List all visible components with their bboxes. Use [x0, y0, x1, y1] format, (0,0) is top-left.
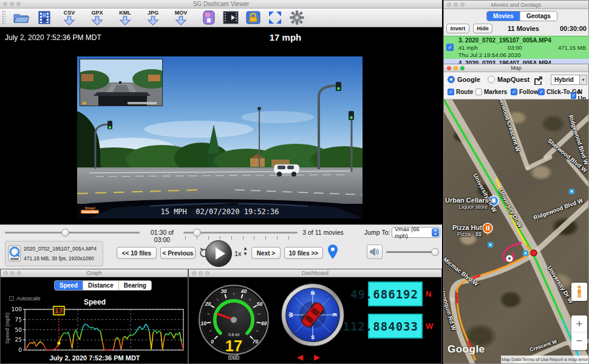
tab-distance[interactable]: Distance [83, 281, 119, 290]
invert-button[interactable]: Invert [446, 24, 469, 33]
movie-list-item-selected[interactable]: ✓ 3. 2020_0702_195107_005A.MP4 41 mph 03… [444, 36, 589, 59]
tab-speed[interactable]: Speed [55, 281, 83, 290]
kml-label: KML [119, 10, 131, 16]
minimize-button[interactable] [10, 271, 15, 275]
quicktime-file-icon [8, 245, 21, 262]
play-triangle-icon [216, 248, 225, 260]
close-button[interactable] [192, 271, 196, 275]
minimize-button[interactable] [454, 66, 458, 70]
pizza-hut-pin[interactable] [483, 223, 492, 236]
terms-link[interactable]: Terms of Use [522, 357, 548, 362]
pegman-button[interactable] [571, 283, 587, 301]
zoom-in-button[interactable]: + [571, 315, 587, 332]
minimize-button[interactable] [10, 2, 14, 6]
map-titlebar[interactable]: Map [444, 64, 588, 72]
next-button[interactable]: Next > [251, 247, 281, 259]
checkbox-icon: ✓ [448, 89, 454, 95]
svg-text:40: 40 [240, 288, 247, 294]
fullscreen-icon[interactable] [268, 10, 282, 25]
speed-chart[interactable] [8, 305, 186, 354]
compass-south: S [311, 334, 315, 340]
jump-to-dropdown[interactable]: Vmax (66 mph) ▲▼ [392, 227, 440, 238]
tab-movies[interactable]: Movies [487, 12, 520, 21]
rotate-left-arrow[interactable]: ◀ [297, 353, 303, 361]
mapquest-radio[interactable]: MapQuest [488, 76, 529, 83]
urban-cellars-label[interactable]: Urban Cellars Liquor store [445, 197, 488, 210]
graph-tabs: Speed Distance Bearing [54, 280, 152, 291]
map-option-route[interactable]: ✓ Route [448, 89, 473, 95]
map-type-value: Hybrid [551, 76, 579, 83]
movies-count: 11 Movies [496, 25, 551, 32]
zoom-out-button[interactable]: − [571, 332, 587, 349]
main-window-controls[interactable] [3, 2, 21, 6]
gps-info-icon[interactable] [202, 10, 216, 25]
export-mov-button[interactable]: MOV [171, 10, 191, 25]
volume-slider-thumb[interactable] [431, 248, 439, 256]
play-button[interactable] [205, 240, 232, 267]
zoom-button[interactable] [16, 2, 21, 6]
tab-bearing[interactable]: Bearing [119, 281, 151, 290]
map-canvas[interactable]: Sherwood Crescent W Sherwood Blvd W Ridg… [444, 99, 588, 363]
svg-text:0: 0 [211, 339, 214, 345]
app-stage: SG Dashcam Viewer CSV GPX [0, 0, 589, 364]
rotate-right-arrow[interactable]: ▶ [314, 353, 320, 361]
close-button[interactable] [447, 2, 451, 7]
previous-button[interactable]: < Previous [160, 247, 196, 259]
dashboard-titlebar[interactable]: Dashboard [189, 269, 441, 277]
mute-button[interactable] [367, 244, 383, 259]
google-radio[interactable]: Google [448, 76, 480, 83]
rate-stepper[interactable]: ▲▼ [243, 246, 248, 257]
compass-east: E [332, 313, 338, 317]
export-csv-button[interactable]: CSV [59, 10, 80, 25]
toolbar-drag-handle [2, 11, 5, 24]
video-overlay-timestamp: 15 MPH 02/07/2020 19:52:36 [77, 207, 363, 216]
close-button[interactable] [447, 66, 451, 70]
minimize-button[interactable] [199, 271, 203, 275]
close-button[interactable] [4, 271, 8, 275]
map-option-markers[interactable]: Markers [475, 89, 507, 95]
movies-titlebar[interactable]: Movies and Geotags [444, 1, 588, 9]
graph-titlebar[interactable]: Graph [1, 269, 188, 277]
movies-geotags-tabs: Movies Geotags [486, 11, 557, 21]
map-type-dropdown[interactable]: Hybrid ▼ [551, 75, 587, 85]
forward-10-files-button[interactable]: 10 files >> [284, 247, 323, 259]
dropdown-arrow-icon: ▼ [579, 75, 587, 84]
pizza-hut-label[interactable]: Pizza Hut Pizza · $$ [452, 224, 482, 237]
volume-slider[interactable] [386, 251, 437, 253]
report-error-link[interactable]: Report a map error [550, 357, 588, 362]
settings-gear-icon[interactable] [290, 10, 304, 25]
zoom-button[interactable] [205, 271, 209, 275]
back-10-files-button[interactable]: << 10 files [117, 247, 157, 259]
map-data-link[interactable]: Map Data [502, 357, 522, 362]
export-kml-button[interactable]: KML [115, 10, 135, 25]
open-external-icon[interactable] [534, 76, 543, 85]
tab-geotags[interactable]: Geotags [520, 12, 557, 21]
map-zoom-controls: + − [571, 315, 587, 350]
graph-window: Graph Speed Distance Bearing Autoscale S… [0, 269, 188, 364]
time-slider-thumb[interactable] [61, 229, 69, 237]
lock-icon[interactable] [246, 10, 260, 25]
open-folder-icon[interactable] [13, 11, 30, 24]
mov-label: MOV [175, 10, 188, 16]
map-option-follow[interactable]: ✓ Follow [511, 89, 539, 95]
svg-text:10: 10 [200, 320, 206, 326]
current-file-name: 2020_0702_195107_005A.MP4 [24, 246, 97, 252]
rear-camera-pip[interactable] [80, 59, 163, 106]
movies-total-time: 00:30:00 [560, 25, 587, 32]
export-jpg-button[interactable]: JPG [143, 10, 163, 25]
zoom-button[interactable] [460, 2, 465, 7]
movie-file-icon[interactable] [37, 10, 52, 25]
main-titlebar[interactable]: SG Dashcam Viewer [0, 0, 442, 8]
export-gpx-button[interactable]: GPX [87, 10, 107, 25]
poi-subtitle: Pizza · $$ [452, 231, 482, 237]
close-button[interactable] [3, 2, 7, 6]
minimize-button[interactable] [454, 2, 458, 7]
export-movie-icon[interactable] [223, 11, 239, 24]
movie-checkbox[interactable]: ✓ [446, 44, 454, 51]
video-frame[interactable]: 15 MPH 02/07/2020 19:52:36 Street Guardi… [77, 56, 363, 218]
hide-button[interactable]: Hide [473, 24, 492, 33]
zoom-button[interactable] [460, 66, 465, 70]
zoom-button[interactable] [17, 271, 21, 275]
geotag-pin-icon[interactable] [328, 244, 338, 259]
time-slider[interactable] [5, 232, 140, 234]
